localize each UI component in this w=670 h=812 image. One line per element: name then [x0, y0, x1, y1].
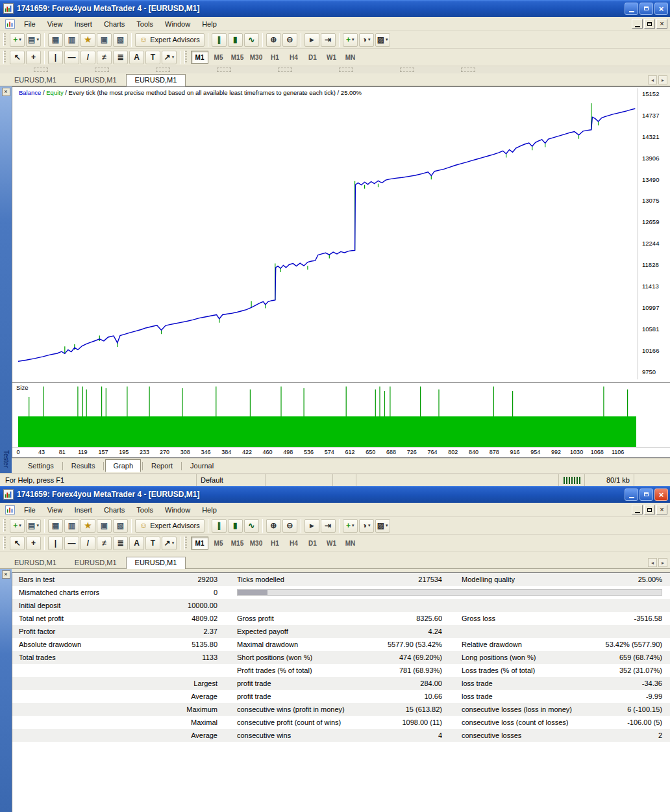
menu-help[interactable]: Help [196, 18, 223, 30]
toolbar-grip[interactable] [184, 537, 187, 550]
tab-scroll-left-icon[interactable]: ◂ [648, 75, 657, 84]
indicators-button[interactable]: +▾ [343, 33, 358, 47]
line-chart-button[interactable]: ∿ [244, 33, 259, 47]
chart-tab[interactable]: EURUSD,M1 [126, 74, 186, 86]
horizontal-line-button[interactable]: — [64, 537, 79, 550]
restore-button[interactable] [639, 3, 653, 15]
toolbar-grip[interactable] [3, 519, 6, 532]
menu-tools[interactable]: Tools [130, 504, 159, 516]
menu-window[interactable]: Window [159, 18, 196, 30]
timeframe-w1-button[interactable]: W1 [323, 537, 340, 550]
child-minimize-button[interactable] [632, 19, 643, 29]
periods-button[interactable]: ◑▾ [359, 33, 374, 47]
text-label-button[interactable]: T [145, 537, 160, 550]
timeframe-h1-button[interactable]: H1 [266, 51, 284, 64]
minimize-button[interactable] [625, 488, 638, 501]
cursor-button[interactable]: ↖ [10, 51, 25, 64]
candlestick-button[interactable]: ▮ [228, 519, 243, 533]
timeframe-m30-button[interactable]: M30 [247, 51, 265, 64]
trendline-button[interactable]: / [81, 537, 95, 550]
fibonacci-button[interactable]: ≠ [97, 51, 112, 64]
zoom-out-button[interactable]: ⊖ [282, 33, 297, 47]
strategy-tester-button[interactable]: ▧ [113, 33, 128, 47]
arrows-button[interactable]: ↗▾ [162, 51, 177, 64]
line-chart-button[interactable]: ∿ [244, 519, 259, 533]
menu-view[interactable]: View [42, 18, 69, 30]
timeframe-h1-button[interactable]: H1 [266, 537, 284, 550]
text-button[interactable]: A [129, 51, 144, 64]
tab-scroll-right-icon[interactable]: ▸ [658, 558, 667, 567]
periods-button[interactable]: ◑▾ [359, 519, 374, 533]
timeframe-m15-button[interactable]: M15 [229, 51, 246, 64]
close-tester-icon[interactable]: × [2, 88, 10, 96]
arrows-button[interactable]: ↗▾ [162, 537, 177, 550]
toolbar-grip[interactable] [184, 51, 187, 64]
timeframe-w1-button[interactable]: W1 [323, 51, 340, 64]
new-chart-button[interactable]: +▾ [10, 519, 25, 533]
timeframe-mn-button[interactable]: MN [341, 537, 359, 550]
menu-file[interactable]: File [18, 504, 42, 516]
expert-advisors-button[interactable]: ☺Expert Advisors [135, 33, 205, 47]
tab-scroll-right-icon[interactable]: ▸ [658, 75, 667, 84]
close-tester-icon[interactable]: × [2, 570, 10, 579]
timeframe-m5-button[interactable]: M5 [210, 51, 227, 64]
crosshair-button[interactable]: + [26, 537, 41, 550]
chart-tab[interactable]: EURUSD,M1 [5, 557, 66, 568]
minimize-button[interactable] [625, 3, 638, 15]
tester-tab-settings[interactable]: Settings [21, 460, 61, 472]
child-minimize-button[interactable] [632, 505, 643, 514]
child-restore-button[interactable] [644, 19, 655, 29]
text-label-button[interactable]: T [145, 51, 160, 64]
child-close-button[interactable]: × [656, 19, 667, 29]
terminal-button[interactable]: ▣ [97, 519, 112, 533]
market-watch-button[interactable]: ▦ [48, 519, 63, 533]
candlestick-button[interactable]: ▮ [228, 33, 243, 47]
bar-chart-button[interactable]: ∥ [212, 33, 227, 47]
child-restore-button[interactable] [644, 505, 655, 514]
chart-shift-button[interactable]: ⇥ [321, 519, 336, 533]
channels-button[interactable]: ≣ [113, 51, 128, 64]
profiles-button[interactable]: ▤▾ [26, 519, 41, 533]
timeframe-d1-button[interactable]: D1 [304, 51, 321, 64]
menu-view[interactable]: View [42, 504, 69, 516]
fibonacci-button[interactable]: ≠ [97, 537, 112, 550]
menu-insert[interactable]: Insert [68, 504, 98, 516]
templates-button[interactable]: ▨▾ [375, 33, 390, 47]
chart-tab[interactable]: EURUSD,M1 [126, 557, 186, 569]
bar-chart-button[interactable]: ∥ [212, 519, 227, 533]
crosshair-button[interactable]: + [26, 51, 41, 64]
menu-charts[interactable]: Charts [98, 504, 130, 516]
toolbar-grip[interactable] [3, 537, 6, 550]
timeframe-mn-button[interactable]: MN [341, 51, 359, 64]
menu-help[interactable]: Help [196, 504, 223, 516]
timeframe-m1-button[interactable]: M1 [191, 537, 208, 550]
trendline-button[interactable]: / [81, 51, 95, 64]
chart-shift-button[interactable]: ⇥ [321, 33, 336, 47]
timeframe-m5-button[interactable]: M5 [210, 537, 227, 550]
auto-scroll-button[interactable]: ▸ [304, 33, 319, 47]
vertical-line-button[interactable]: | [48, 51, 63, 64]
timeframe-m30-button[interactable]: M30 [247, 537, 265, 550]
market-watch-button[interactable]: ▦ [48, 33, 63, 47]
zoom-in-button[interactable]: ⊕ [266, 519, 281, 533]
chart-tab[interactable]: EURUSD,M1 [5, 74, 66, 86]
timeframe-m15-button[interactable]: M15 [229, 537, 246, 550]
menu-window[interactable]: Window [159, 504, 196, 516]
tester-tab-results[interactable]: Results [64, 460, 103, 472]
horizontal-line-button[interactable]: — [64, 51, 79, 64]
text-button[interactable]: A [129, 537, 144, 550]
tab-scroll-left-icon[interactable]: ◂ [648, 558, 657, 567]
timeframe-h4-button[interactable]: H4 [285, 51, 303, 64]
zoom-out-button[interactable]: ⊖ [282, 519, 297, 533]
navigator-button[interactable]: ★ [81, 519, 95, 533]
toolbar-grip[interactable] [3, 33, 6, 46]
menu-file[interactable]: File [18, 18, 42, 30]
child-close-button[interactable]: × [656, 505, 667, 514]
restore-button[interactable] [639, 488, 653, 501]
toolbar-grip[interactable] [3, 51, 6, 64]
terminal-button[interactable]: ▣ [97, 33, 112, 47]
menu-charts[interactable]: Charts [98, 18, 130, 30]
tester-tab-journal[interactable]: Journal [183, 460, 221, 472]
indicators-button[interactable]: +▾ [343, 519, 358, 533]
channels-button[interactable]: ≣ [113, 537, 128, 550]
